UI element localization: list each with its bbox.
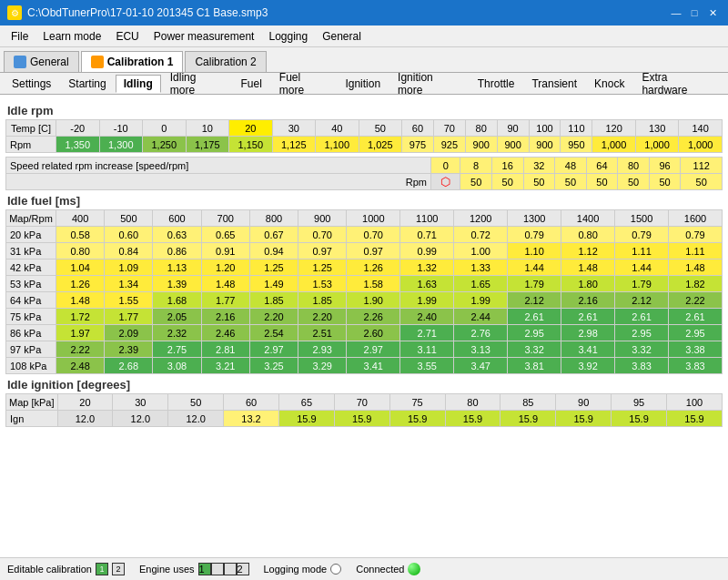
cal-box-1[interactable]: 1 xyxy=(96,563,108,575)
tab2-fuel[interactable]: Fuel xyxy=(233,75,270,93)
table-row: 108 kPa 2.482.683.083.213.253.293.413.55… xyxy=(6,358,723,374)
tabs-row1: General Calibration 1 Calibration 2 xyxy=(0,47,728,73)
tab2-throttle[interactable]: Throttle xyxy=(470,75,523,93)
tab2-ignition[interactable]: Ignition xyxy=(337,75,389,93)
engine-box-1: 1 xyxy=(198,563,211,575)
engine-uses-item: Engine uses 1 2 xyxy=(139,563,249,575)
connected-led xyxy=(408,563,420,575)
minimize-button[interactable]: — xyxy=(668,5,684,21)
table-row: 31 kPa 0.800.840.860.910.940.970.970.991… xyxy=(6,243,723,259)
close-button[interactable]: ✕ xyxy=(704,5,721,21)
menu-file[interactable]: File xyxy=(4,27,35,46)
menu-power-measurement[interactable]: Power measurement xyxy=(147,27,262,46)
logging-radio[interactable] xyxy=(330,564,341,575)
tab2-idling-more[interactable]: Idling more xyxy=(162,68,232,99)
content-area: Idle rpm Temp [C] -20 -10 0 10 20 30 40 … xyxy=(0,95,728,557)
table-row: 75 kPa 1.721.772.052.162.202.202.262.402… xyxy=(6,309,723,325)
editable-calibration-item: Editable calibration 1 2 xyxy=(7,563,125,575)
menu-ecu[interactable]: ECU xyxy=(108,27,146,46)
temp-header-cell: Temp [C] xyxy=(6,120,56,137)
tabs-row2: Settings Starting Idling Idling more Fue… xyxy=(0,73,728,95)
idle-rpm-header: Idle rpm xyxy=(5,104,723,117)
table-row: 20 kPa 0.580.600.630.650.670.700.700.710… xyxy=(6,227,723,243)
idle-fuel-table: Map/Rpm 400 500 600 700 800 900 1000 110… xyxy=(5,209,723,374)
tab-general[interactable]: General xyxy=(4,51,79,72)
table-row: Ign 12.0 12.0 12.0 13.2 15.9 15.9 15.9 1… xyxy=(6,411,723,427)
cal-box-2[interactable]: 2 xyxy=(112,563,125,575)
engine-box-3 xyxy=(224,563,237,575)
table-row: 97 kPa 2.222.392.752.812.972.932.973.113… xyxy=(6,341,723,358)
table-row: 53 kPa 1.261.341.391.481.491.531.581.631… xyxy=(6,276,723,292)
status-bar: Editable calibration 1 2 Engine uses 1 2… xyxy=(0,557,728,580)
tab2-ignition-more[interactable]: Ignition more xyxy=(389,68,469,99)
table-row: 86 kPa 1.972.092.322.462.542.512.602.712… xyxy=(6,325,723,341)
tab2-settings[interactable]: Settings xyxy=(4,75,59,93)
menu-bar: File Learn mode ECU Power measurement Lo… xyxy=(0,25,728,47)
tab2-knock[interactable]: Knock xyxy=(586,75,632,93)
engine-box-4: 2 xyxy=(237,563,249,575)
menu-general[interactable]: General xyxy=(315,27,369,46)
tab2-idling[interactable]: Idling xyxy=(116,75,161,93)
title-text: C:\ObdTunerPro\17-01-10 201345 C1 Base.s… xyxy=(27,6,268,19)
app-icon: ⚙ xyxy=(7,5,22,20)
tab2-extra-hardware[interactable]: Extra hardware xyxy=(633,68,723,99)
tab2-fuel-more[interactable]: Fuel more xyxy=(271,68,337,99)
tab2-transient[interactable]: Transient xyxy=(523,75,585,93)
idle-rpm-table: Temp [C] -20 -10 0 10 20 30 40 50 60 70 … xyxy=(5,119,723,153)
logging-mode-item: Logging mode xyxy=(264,564,342,575)
engine-box-2 xyxy=(211,563,224,575)
engine-uses-label: Engine uses xyxy=(139,564,195,575)
idle-ignition-table: Map [kPa] 20 30 50 60 65 70 75 80 85 90 … xyxy=(5,393,723,427)
editable-calibration-label: Editable calibration xyxy=(7,564,92,575)
menu-learn-mode[interactable]: Learn mode xyxy=(35,27,108,46)
logging-mode-label: Logging mode xyxy=(264,564,328,575)
connected-label: Connected xyxy=(356,564,404,575)
idle-ignition-header: Idle ignition [degrees] xyxy=(5,378,723,392)
title-bar: ⚙ C:\ObdTunerPro\17-01-10 201345 C1 Base… xyxy=(0,0,728,25)
connected-item: Connected xyxy=(356,563,420,575)
tab2-starting[interactable]: Starting xyxy=(60,75,114,93)
maximize-button[interactable]: □ xyxy=(686,5,703,21)
menu-logging[interactable]: Logging xyxy=(261,27,315,46)
idle-fuel-header: Idle fuel [ms] xyxy=(5,194,723,208)
speed-rpm-table: Speed related rpm increase [speed/rpm] 0… xyxy=(5,157,723,190)
table-row: 64 kPa 1.481.551.681.771.851.851.901.991… xyxy=(6,292,723,309)
table-row: 42 kPa 1.041.091.131.201.251.251.261.321… xyxy=(6,259,723,276)
engine-boxes: 1 2 xyxy=(198,563,249,575)
